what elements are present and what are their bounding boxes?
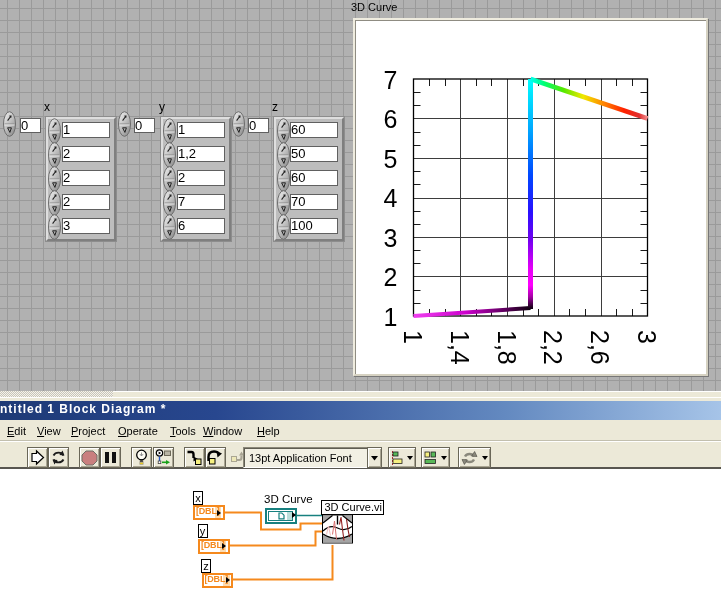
svg-text:1,4: 1,4 [446, 330, 474, 365]
svg-text:2,6: 2,6 [586, 330, 614, 365]
svg-text:1: 1 [384, 303, 398, 331]
svg-text:1,8: 1,8 [493, 330, 521, 365]
svg-text:2: 2 [384, 263, 398, 291]
svg-text:5: 5 [384, 145, 398, 173]
svg-text:7: 7 [384, 66, 398, 94]
svg-text:3: 3 [633, 330, 661, 344]
svg-text:1: 1 [399, 330, 427, 344]
svg-text:3: 3 [384, 224, 398, 252]
svg-text:4: 4 [384, 184, 398, 212]
svg-text:6: 6 [384, 105, 398, 133]
svg-text:2,2: 2,2 [539, 330, 567, 365]
